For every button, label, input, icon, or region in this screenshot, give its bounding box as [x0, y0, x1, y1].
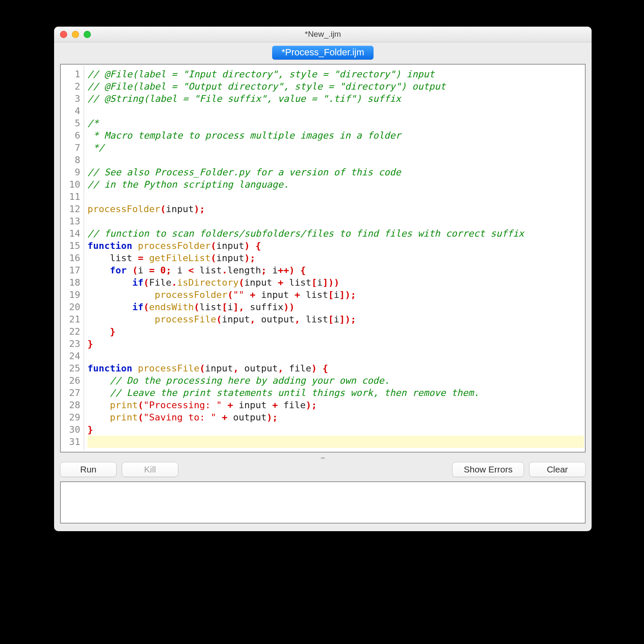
line-number: 28 [66, 399, 80, 411]
line-number: 20 [66, 301, 80, 313]
code-line[interactable] [87, 191, 584, 203]
code-line[interactable]: print("Processing: " + input + file); [87, 399, 584, 411]
tab-process-folder[interactable]: *Process_Folder.ijm [272, 46, 374, 60]
line-number: 31 [66, 436, 80, 448]
close-icon[interactable] [60, 31, 67, 38]
line-number: 21 [66, 313, 80, 325]
line-number: 15 [66, 240, 80, 252]
line-number: 25 [66, 362, 80, 374]
code-line[interactable]: } [87, 338, 584, 350]
code-line[interactable]: // @File(label = "Input directory", styl… [87, 68, 584, 80]
show-errors-button[interactable]: Show Errors [452, 462, 524, 477]
code-line[interactable]: // @File(label = "Output directory", sty… [87, 80, 584, 93]
window-title: *New_.ijm [54, 30, 592, 39]
code-line[interactable] [87, 215, 584, 227]
line-number: 8 [66, 154, 80, 166]
line-number: 17 [66, 264, 80, 276]
code-line[interactable]: // in the Python scripting language. [87, 178, 584, 191]
line-number: 12 [66, 203, 80, 215]
code-line[interactable]: processFile(input, output, list[i]); [87, 313, 584, 325]
line-number: 1 [66, 68, 80, 80]
button-row: Run Kill Show Errors Clear [54, 461, 592, 481]
run-button[interactable]: Run [60, 462, 117, 477]
code-line[interactable] [87, 436, 584, 448]
line-number: 23 [66, 338, 80, 350]
line-number: 10 [66, 178, 80, 191]
grip-icon [321, 457, 325, 459]
code-line[interactable]: processFolder(input); [87, 203, 584, 215]
zoom-icon[interactable] [84, 31, 91, 38]
line-number: 30 [66, 423, 80, 436]
code-editor[interactable]: 1234567891011121314151617181920212223242… [60, 64, 586, 453]
clear-button[interactable]: Clear [529, 462, 586, 477]
line-number: 4 [66, 105, 80, 117]
line-number: 6 [66, 129, 80, 142]
code-line[interactable]: if(endsWith(list[i], suffix)) [87, 301, 584, 313]
kill-button[interactable]: Kill [122, 462, 178, 477]
output-panel[interactable] [60, 481, 586, 524]
code-line[interactable] [87, 105, 584, 117]
code-line[interactable]: * Macro template to process multiple ima… [87, 129, 584, 142]
code-line[interactable]: } [87, 325, 584, 338]
line-number: 27 [66, 387, 80, 399]
code-line[interactable]: // Leave the print statements until thin… [87, 387, 584, 399]
code-line[interactable]: } [87, 423, 584, 436]
line-number: 13 [66, 215, 80, 227]
window: *New_.ijm *Process_Folder.ijm 1234567891… [54, 27, 592, 531]
code-line[interactable]: function processFolder(input) { [87, 240, 584, 252]
code-area[interactable]: // @File(label = "Input directory", styl… [84, 65, 584, 450]
splitter-handle[interactable] [60, 455, 586, 461]
code-line[interactable]: // Do the processing here by adding your… [87, 374, 584, 387]
code-line[interactable]: // function to scan folders/subfolders/f… [87, 227, 584, 240]
code-line[interactable]: list = getFileList(input); [87, 252, 584, 264]
line-number: 29 [66, 411, 80, 423]
titlebar: *New_.ijm [54, 27, 592, 42]
line-number: 11 [66, 191, 80, 203]
code-line[interactable]: // See also Process_Folder.py for a vers… [87, 166, 584, 178]
line-number: 19 [66, 289, 80, 301]
line-number: 14 [66, 227, 80, 240]
line-number: 2 [66, 80, 80, 93]
line-number: 16 [66, 252, 80, 264]
code-line[interactable]: // @String(label = "File suffix", value … [87, 93, 584, 105]
code-line[interactable]: processFolder("" + input + list[i]); [87, 289, 584, 301]
code-line[interactable] [87, 350, 584, 362]
line-number: 5 [66, 117, 80, 129]
code-line[interactable]: function processFile(input, output, file… [87, 362, 584, 374]
line-number: 24 [66, 350, 80, 362]
line-number: 3 [66, 93, 80, 105]
code-line[interactable]: /* [87, 117, 584, 129]
code-line[interactable]: if(File.isDirectory(input + list[i])) [87, 276, 584, 289]
line-number: 22 [66, 325, 80, 338]
window-controls [60, 31, 91, 38]
code-line[interactable]: for (i = 0; i < list.length; i++) { [87, 264, 584, 276]
line-number: 9 [66, 166, 80, 178]
code-line[interactable]: */ [87, 142, 584, 154]
line-number: 7 [66, 142, 80, 154]
line-gutter: 1234567891011121314151617181920212223242… [62, 65, 84, 450]
line-number: 26 [66, 374, 80, 387]
line-number: 18 [66, 276, 80, 289]
code-line[interactable]: print("Saving to: " + output); [87, 411, 584, 423]
minimize-icon[interactable] [72, 31, 79, 38]
code-line[interactable] [87, 154, 584, 166]
tab-bar: *Process_Folder.ijm [54, 42, 592, 64]
